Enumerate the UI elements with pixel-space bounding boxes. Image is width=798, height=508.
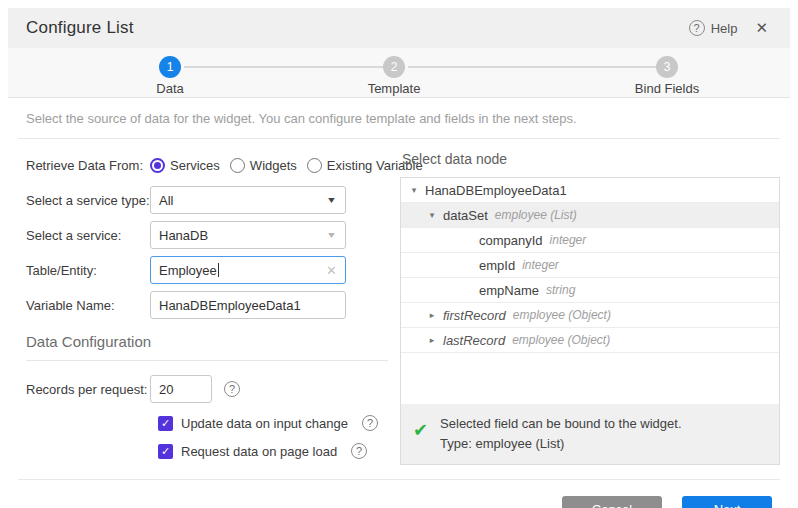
step-number: 2: [383, 56, 405, 78]
page-title: Configure List: [26, 18, 134, 38]
step-bind-fields[interactable]: 3 Bind Fields: [607, 56, 727, 96]
node-name: firstRecord: [443, 308, 506, 323]
expander-right-icon[interactable]: ▸: [427, 335, 437, 345]
service-label: Select a service:: [26, 228, 150, 243]
retrieve-data-from-radio-group: ServicesWidgetsExisting Variable: [150, 158, 423, 173]
radio-widgets[interactable]: Widgets: [230, 158, 297, 173]
records-per-request-label: Records per request:: [26, 382, 150, 397]
dialog-header: Configure List ? Help ✕: [8, 8, 790, 48]
checkbox-row: ✓Request data on page load?: [158, 443, 388, 459]
step-label: Data: [110, 81, 230, 96]
service-select[interactable]: HanaDB ▼: [150, 221, 346, 249]
data-configuration-heading: Data Configuration: [26, 333, 388, 350]
node-name: dataSet: [443, 208, 488, 223]
node-type: integer: [522, 258, 559, 272]
node-name: lastRecord: [443, 333, 505, 348]
radio-dot-icon: [307, 158, 322, 173]
checkbox-help-icon[interactable]: ?: [362, 415, 378, 431]
data-config-checkboxes: ✓Update data on input change?✓Request da…: [26, 415, 388, 459]
radio-dot-icon: [230, 158, 245, 173]
success-check-icon: ✔: [413, 420, 428, 440]
variable-name-input[interactable]: HanaDBEmployeeData1: [150, 291, 346, 319]
binding-status-message: ✔ Selected field can be bound to the wid…: [401, 404, 779, 464]
step-template[interactable]: 2 Template: [334, 56, 454, 96]
checkbox-icon[interactable]: ✓: [158, 416, 173, 431]
tree-node-firstRecord[interactable]: ▸firstRecordemployee (Object): [401, 303, 779, 328]
tree-empty-area: [401, 353, 779, 404]
variable-name-label: Variable Name:: [26, 298, 150, 313]
node-type: employee (List): [495, 208, 577, 222]
wizard-stepper: 1 Data 2 Template 3 Bind Fields: [8, 48, 790, 98]
radio-label: Widgets: [250, 158, 297, 173]
records-per-request-input[interactable]: 20: [150, 375, 212, 403]
node-type: employee (Object): [513, 308, 611, 322]
dialog-footer: Cancel Next: [8, 480, 790, 508]
divider: [26, 360, 388, 361]
next-button[interactable]: Next: [682, 496, 772, 508]
binding-message-line1: Selected field can be bound to the widge…: [440, 414, 681, 434]
step-description: Select the source of data for the widget…: [8, 98, 790, 138]
node-name: companyId: [479, 233, 543, 248]
data-node-tree: ▾HanaDBEmployeeData1▾dataSetemployee (Li…: [400, 177, 780, 465]
retrieve-data-from-label: Retrieve Data From:: [26, 158, 150, 173]
chevron-down-icon: ▼: [326, 195, 337, 205]
help-button[interactable]: ? Help: [689, 20, 738, 36]
help-icon: ?: [689, 20, 705, 36]
tree-node-empId[interactable]: empIdinteger: [401, 253, 779, 278]
records-help-icon[interactable]: ?: [224, 381, 240, 397]
data-source-form: Retrieve Data From: ServicesWidgetsExist…: [18, 139, 396, 465]
table-entity-label: Table/Entity:: [26, 263, 150, 278]
tree-node-lastRecord[interactable]: ▸lastRecordemployee (Object): [401, 328, 779, 353]
select-data-node-heading: Select data node: [402, 151, 780, 167]
clear-icon[interactable]: ✕: [326, 263, 337, 278]
node-name: HanaDBEmployeeData1: [425, 183, 567, 198]
service-type-value: All: [159, 193, 173, 208]
checkbox-label: Update data on input change: [181, 416, 348, 431]
step-label: Template: [334, 81, 454, 96]
checkbox-icon[interactable]: ✓: [158, 444, 173, 459]
tree-node-empName[interactable]: empNamestring: [401, 278, 779, 303]
tree-node-HanaDBEmployeeData1[interactable]: ▾HanaDBEmployeeData1: [401, 178, 779, 203]
data-node-panel: Select data node ▾HanaDBEmployeeData1▾da…: [396, 139, 780, 465]
node-name: empName: [479, 283, 539, 298]
binding-message-line2: Type: employee (List): [440, 434, 681, 454]
chevron-down-icon: ▼: [326, 230, 337, 240]
step-label: Bind Fields: [607, 81, 727, 96]
tree-node-companyId[interactable]: companyIdinteger: [401, 228, 779, 253]
table-entity-input[interactable]: Employee ✕: [150, 256, 346, 284]
expander-down-icon[interactable]: ▾: [427, 210, 437, 220]
node-type: string: [546, 283, 575, 297]
tree-rows: ▾HanaDBEmployeeData1▾dataSetemployee (Li…: [401, 178, 779, 353]
radio-dot-icon: [150, 158, 165, 173]
service-value: HanaDB: [159, 228, 208, 243]
node-name: empId: [479, 258, 515, 273]
radio-label: Services: [170, 158, 220, 173]
cancel-button[interactable]: Cancel: [562, 496, 662, 508]
step-data[interactable]: 1 Data: [110, 56, 230, 96]
node-type: employee (Object): [512, 333, 610, 347]
records-per-request-value: 20: [159, 382, 173, 397]
service-type-label: Select a service type:: [26, 193, 150, 208]
step-number: 3: [656, 56, 678, 78]
close-icon[interactable]: ✕: [751, 17, 772, 39]
expander-down-icon[interactable]: ▾: [409, 185, 419, 195]
table-entity-value: Employee: [159, 263, 217, 278]
radio-services[interactable]: Services: [150, 158, 220, 173]
checkbox-row: ✓Update data on input change?: [158, 415, 388, 431]
checkbox-help-icon[interactable]: ?: [351, 443, 367, 459]
step-number: 1: [159, 56, 181, 78]
service-type-select[interactable]: All ▼: [150, 186, 346, 214]
node-type: integer: [550, 233, 587, 247]
variable-name-value: HanaDBEmployeeData1: [159, 298, 301, 313]
checkbox-label: Request data on page load: [181, 444, 337, 459]
configure-list-dialog: Configure List ? Help ✕ 1 Data 2 Templat…: [8, 8, 790, 502]
text-caret: [218, 263, 219, 277]
tree-node-dataSet[interactable]: ▾dataSetemployee (List): [401, 203, 779, 228]
expander-right-icon[interactable]: ▸: [427, 310, 437, 320]
help-label: Help: [711, 21, 738, 36]
